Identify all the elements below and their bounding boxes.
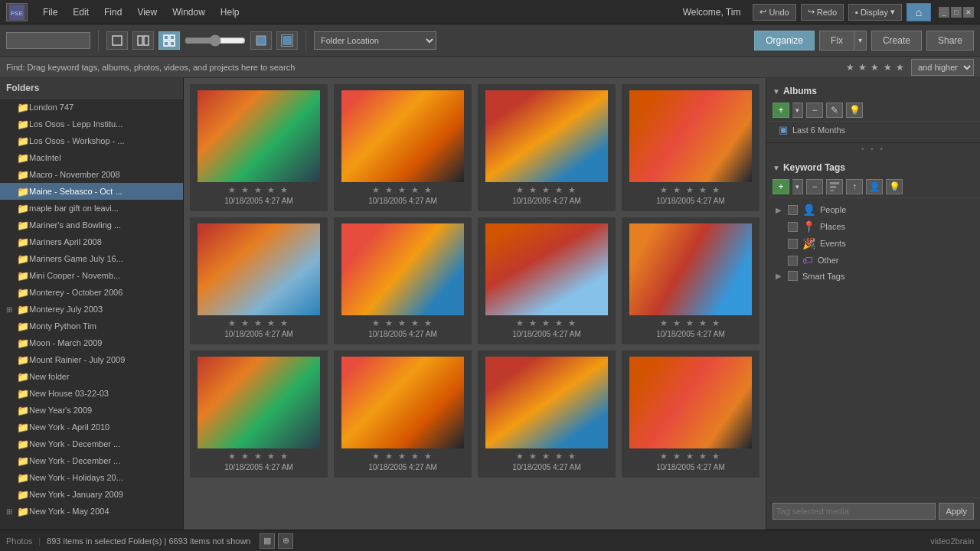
- sidebar-item-mariners-game[interactable]: 📁 Mariners Game July 16...: [0, 250, 183, 267]
- view-btn-single[interactable]: [106, 31, 128, 50]
- sidebar-item-mount-rainier[interactable]: 📁 Mount Rainier - July 2009: [0, 351, 183, 368]
- sidebar-item-newyork-april[interactable]: 📁 New York - April 2010: [0, 419, 183, 435]
- sidebar-item-monterey-july[interactable]: ⊞ 📁 Monterey July 2003: [0, 301, 183, 318]
- zoom-slider[interactable]: [185, 34, 246, 47]
- sidebar-item-monty-python[interactable]: 📁 Monty Python Tim: [0, 318, 183, 334]
- sidebar-item-newyork-holidays[interactable]: 📁 New York - Holidays 20...: [0, 469, 183, 486]
- keyword-people-button[interactable]: 👤: [866, 179, 883, 194]
- photo-cell-2[interactable]: ★ ★ ★ ★ ★ 10/18/2005 4:27 AM: [334, 84, 472, 211]
- tab-organize[interactable]: Organize: [754, 31, 815, 51]
- smart-tags-checkbox[interactable]: [788, 271, 798, 281]
- people-checkbox[interactable]: [788, 205, 798, 215]
- bottom-map-icon[interactable]: ⊕: [278, 533, 293, 549]
- keyword-add-arrow[interactable]: ▾: [792, 179, 803, 194]
- sidebar-item-mini-cooper[interactable]: 📁 Mini Cooper - Novemb...: [0, 267, 183, 284]
- places-checkbox[interactable]: [788, 222, 798, 232]
- photo-cell-8[interactable]: ★ ★ ★ ★ ★ 10/18/2005 4:27 AM: [622, 217, 760, 344]
- tag-input[interactable]: [773, 503, 936, 520]
- photo-cell-3[interactable]: ★ ★ ★ ★ ★ 10/18/2005 4:27 AM: [478, 84, 616, 211]
- keyword-item-people[interactable]: ▶ 👤 People: [766, 201, 980, 218]
- keyword-item-other[interactable]: 🏷 Other: [766, 252, 980, 269]
- keyword-light-button[interactable]: 💡: [886, 179, 903, 194]
- menu-window[interactable]: Window: [166, 5, 211, 19]
- menu-view[interactable]: View: [131, 5, 163, 19]
- search-input[interactable]: [6, 32, 90, 49]
- photo-cell-5[interactable]: ★ ★ ★ ★ ★ 10/18/2005 4:27 AM: [190, 217, 328, 344]
- undo-button[interactable]: ↩ Undo: [753, 4, 795, 21]
- sidebar-item-maple[interactable]: 📁 maple bar gift on leavi...: [0, 200, 183, 217]
- svg-rect-3: [138, 36, 142, 45]
- sidebar-item-monterey-oct[interactable]: 📁 Monterey - October 2006: [0, 284, 183, 301]
- albums-remove-button[interactable]: −: [806, 103, 823, 118]
- bottom-grid-icon[interactable]: ▦: [260, 533, 275, 549]
- sidebar-item-mariners-bowling[interactable]: 📁 Mariner's and Bowling ...: [0, 217, 183, 233]
- albums-add-button[interactable]: +: [773, 103, 789, 118]
- sidebar-item-new-house[interactable]: 📁 New House 03-22-03: [0, 385, 183, 402]
- person-icon: 👤: [802, 204, 815, 216]
- sidebar-item-macintel[interactable]: 📁 MacIntel: [0, 149, 183, 166]
- apply-button[interactable]: Apply: [939, 503, 974, 520]
- minimize-button[interactable]: _: [939, 7, 949, 18]
- album-item-last6months[interactable]: ▣ Last 6 Months: [766, 122, 980, 138]
- menubar: PSE File Edit Find View Window Help Welc…: [0, 0, 980, 24]
- sidebar-item-newyork-may[interactable]: ⊞ 📁 New York - May 2004: [0, 503, 183, 520]
- view-btn-grid[interactable]: [158, 31, 180, 50]
- photo-cell-10[interactable]: ★ ★ ★ ★ ★ 10/18/2005 4:27 AM: [334, 350, 472, 478]
- sidebar-item-newyork-dec1[interactable]: 📁 New York - December ...: [0, 435, 183, 452]
- sidebar-item-label: Monterey - October 2006: [29, 288, 122, 297]
- sidebar-item-newyork-jan[interactable]: 📁 New York - January 2009: [0, 486, 183, 503]
- photo-cell-6[interactable]: ★ ★ ★ ★ ★ 10/18/2005 4:27 AM: [334, 217, 472, 344]
- sidebar-item-newyork-dec2[interactable]: 📁 New York - December ...: [0, 452, 183, 469]
- photo-cell-11[interactable]: ★ ★ ★ ★ ★ 10/18/2005 4:27 AM: [478, 350, 616, 478]
- events-checkbox[interactable]: [788, 239, 798, 249]
- close-button[interactable]: ✕: [963, 7, 974, 18]
- redo-button[interactable]: ↪ Redo: [801, 4, 844, 21]
- menu-file[interactable]: File: [37, 5, 64, 19]
- keyword-item-places[interactable]: 📍 Places: [766, 218, 980, 235]
- tab-fix[interactable]: Fix: [819, 31, 854, 51]
- photo-cell-4[interactable]: ★ ★ ★ ★ ★ 10/18/2005 4:27 AM: [622, 84, 760, 211]
- photo-cell-7[interactable]: ★ ★ ★ ★ ★ 10/18/2005 4:27 AM: [478, 217, 616, 344]
- keyword-sort-button[interactable]: [826, 179, 843, 194]
- sidebar-item-moon[interactable]: 📁 Moon - March 2009: [0, 334, 183, 351]
- albums-toggle[interactable]: ▼: [773, 87, 780, 96]
- keyword-item-events[interactable]: 🎉 Events: [766, 235, 980, 252]
- display-button[interactable]: ▪ Display ▾: [848, 4, 902, 21]
- keyword-add-button[interactable]: +: [773, 179, 789, 194]
- expand-icon: ⊞: [6, 507, 15, 516]
- sidebar-item-london747[interactable]: 📁 London 747: [0, 99, 183, 116]
- photo-cell-1[interactable]: ★ ★ ★ ★ ★ 10/18/2005 4:27 AM: [190, 84, 328, 211]
- smart-tags-item[interactable]: ▶ Smart Tags: [766, 269, 980, 283]
- and-higher-select[interactable]: and higher: [911, 59, 974, 76]
- keyword-remove-button[interactable]: −: [806, 179, 823, 194]
- menu-help[interactable]: Help: [214, 5, 246, 19]
- photo-cell-12[interactable]: ★ ★ ★ ★ ★ 10/18/2005 4:27 AM: [622, 350, 760, 478]
- keyword-up-button[interactable]: ↑: [846, 179, 863, 194]
- keyword-tags-toggle[interactable]: ▼: [773, 164, 780, 172]
- folder-location-select[interactable]: Folder Location Date View People Places …: [314, 31, 436, 50]
- albums-add-arrow[interactable]: ▾: [792, 103, 803, 118]
- sidebar-item-macro[interactable]: 📁 Macro - November 2008: [0, 166, 183, 183]
- home-button[interactable]: ⌂: [906, 3, 931, 21]
- tab-create[interactable]: Create: [871, 31, 922, 51]
- albums-smart-button[interactable]: 💡: [846, 103, 863, 118]
- tab-fix-arrow[interactable]: ▾: [854, 31, 867, 51]
- view-btn-fit[interactable]: [250, 31, 272, 50]
- folder-icon: 📁: [17, 135, 29, 147]
- sidebar-item-maine[interactable]: 📁 Maine - Sebasco - Oct ...: [0, 183, 183, 200]
- sidebar-item-lososos-workshop[interactable]: 📁 Los Osos - Workshop - ...: [0, 132, 183, 149]
- sidebar-item-label: Monty Python Tim: [29, 321, 96, 331]
- sidebar-item-new-years[interactable]: 📁 New Year's 2009: [0, 402, 183, 419]
- view-btn-fill[interactable]: [276, 31, 298, 50]
- maximize-button[interactable]: □: [951, 7, 962, 18]
- tab-share[interactable]: Share: [926, 31, 974, 51]
- photo-cell-9[interactable]: ★ ★ ★ ★ ★ 10/18/2005 4:27 AM: [190, 350, 328, 478]
- sidebar-item-lososos-lepp[interactable]: 📁 Los Osos - Lepp Institu...: [0, 116, 183, 132]
- albums-edit-button[interactable]: ✎: [826, 103, 843, 118]
- sidebar-item-new-folder[interactable]: 📁 New folder: [0, 368, 183, 385]
- view-btn-compare[interactable]: [132, 31, 154, 50]
- menu-edit[interactable]: Edit: [67, 5, 95, 19]
- sidebar-item-mariners-april[interactable]: 📁 Mariners April 2008: [0, 233, 183, 250]
- other-checkbox[interactable]: [788, 256, 798, 266]
- menu-find[interactable]: Find: [98, 5, 128, 19]
